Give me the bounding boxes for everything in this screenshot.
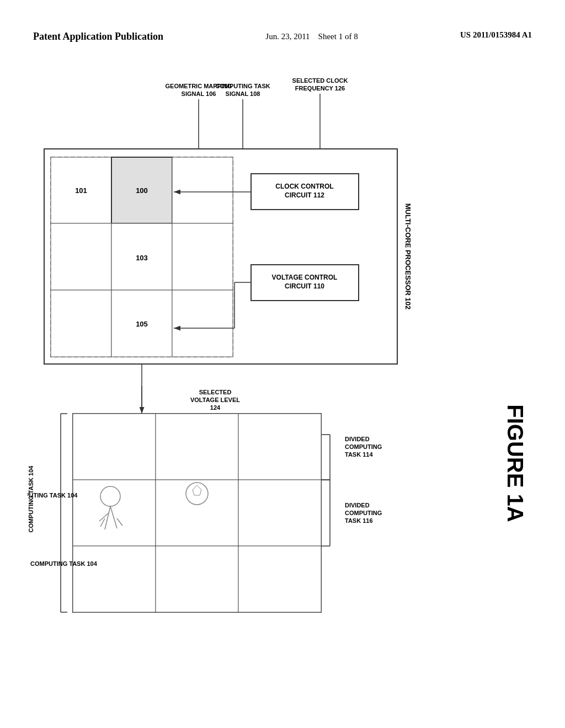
publication-date: Jun. 23, 2011 Sheet 1 of 8 [265, 30, 358, 43]
svg-text:SIGNAL 108: SIGNAL 108 [226, 90, 260, 97]
svg-rect-57 [238, 546, 321, 612]
svg-text:TASK 114: TASK 114 [345, 451, 373, 458]
svg-rect-19 [172, 223, 233, 290]
svg-rect-20 [51, 290, 111, 357]
svg-rect-56 [156, 546, 238, 612]
svg-text:COMPUTING TASK 104: COMPUTING TASK 104 [28, 492, 78, 499]
svg-text:105: 105 [136, 320, 148, 328]
svg-rect-42 [156, 414, 238, 480]
svg-text:COMPUTING TASK 104: COMPUTING TASK 104 [28, 465, 34, 533]
svg-text:COMPUTING: COMPUTING [345, 443, 382, 450]
svg-text:MULTI-CORE PROCESSOR 102: MULTI-CORE PROCESSOR 102 [404, 204, 412, 310]
svg-rect-43 [238, 414, 321, 480]
svg-rect-54 [238, 480, 321, 546]
svg-text:DIVIDED: DIVIDED [345, 502, 370, 508]
svg-text:CIRCUIT 112: CIRCUIT 112 [285, 191, 324, 199]
svg-rect-23 [172, 290, 233, 357]
svg-text:COMPUTING TASK: COMPUTING TASK [215, 83, 270, 89]
svg-text:COMPUTING: COMPUTING [345, 510, 382, 516]
svg-text:103: 103 [136, 254, 148, 262]
svg-text:SELECTED CLOCK: SELECTED CLOCK [292, 77, 348, 84]
svg-text:SELECTED: SELECTED [199, 389, 232, 395]
svg-text:124: 124 [210, 404, 221, 411]
svg-rect-55 [73, 546, 156, 612]
svg-text:CIRCUIT 110: CIRCUIT 110 [285, 282, 324, 290]
svg-rect-15 [172, 157, 233, 223]
svg-rect-41 [73, 414, 156, 480]
publication-title: Patent Application Publication [33, 30, 163, 43]
svg-text:CLOCK CONTROL: CLOCK CONTROL [275, 183, 333, 190]
svg-text:FIGURE 1A: FIGURE 1A [503, 404, 527, 522]
svg-text:VOLTAGE LEVEL: VOLTAGE LEVEL [190, 397, 240, 403]
svg-rect-51 [156, 480, 238, 546]
svg-text:SIGNAL 106: SIGNAL 106 [182, 90, 216, 97]
svg-rect-16 [51, 223, 111, 290]
svg-text:101: 101 [75, 186, 87, 195]
computing-task-label: COMPUTING TASK 104 [30, 560, 97, 568]
svg-rect-44 [73, 480, 156, 546]
svg-text:TASK 116: TASK 116 [345, 517, 373, 524]
page-header: Patent Application Publication Jun. 23, … [0, 30, 565, 43]
svg-text:DIVIDED: DIVIDED [345, 436, 370, 442]
main-diagram: GEOMETRIC MAPPING SIGNAL 106 COMPUTING T… [28, 77, 546, 695]
publication-number: US 2011/0153984 A1 [460, 30, 532, 40]
svg-text:100: 100 [136, 186, 148, 195]
svg-text:VOLTAGE CONTROL: VOLTAGE CONTROL [272, 274, 338, 281]
svg-text:FREQUENCY 126: FREQUENCY 126 [295, 85, 345, 92]
